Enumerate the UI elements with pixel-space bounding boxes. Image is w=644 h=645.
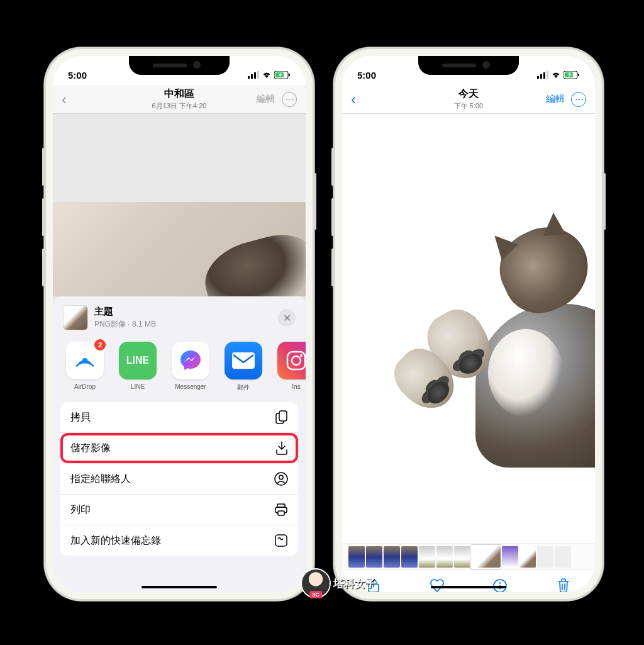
svg-rect-6: [289, 74, 290, 76]
nav-subtitle-text: 下午 5:00: [392, 101, 545, 111]
action-save-image[interactable]: 儲存影像: [60, 433, 298, 464]
action-assign-contact[interactable]: 指定給聯絡人: [60, 464, 298, 495]
thumbnail-strip[interactable]: [342, 543, 595, 569]
svg-rect-23: [547, 71, 548, 79]
thumbnail[interactable]: [366, 546, 382, 568]
photo-view[interactable]: [342, 114, 595, 543]
thumbnail[interactable]: [384, 546, 400, 568]
thumbnail[interactable]: [436, 546, 453, 568]
svg-rect-0: [248, 76, 250, 79]
cellular-icon: [537, 71, 548, 79]
nav-title: 今天 下午 5:00: [392, 87, 545, 111]
svg-rect-26: [578, 74, 579, 76]
mail-label: 郵件: [221, 383, 265, 392]
svg-rect-9: [287, 352, 305, 369]
cellular-icon: [248, 71, 259, 79]
nav-left-side: ‹: [351, 91, 392, 108]
action-copy[interactable]: 拷貝: [60, 402, 298, 433]
battery-icon: [564, 71, 580, 79]
mail-icon: [225, 342, 262, 379]
status-icons: [537, 71, 580, 79]
more-button[interactable]: [571, 92, 586, 107]
share-thumbnail: [63, 305, 88, 330]
nav-subtitle-text: 6月13日 下午4:20: [103, 101, 255, 111]
info-button[interactable]: [492, 578, 508, 593]
instagram-icon: [277, 342, 306, 379]
thumbnail[interactable]: [401, 546, 418, 568]
more-button[interactable]: [282, 92, 297, 107]
share-sheet-header: 主題 PNG影像 · 8.1 MB ✕: [53, 296, 306, 339]
phone-right: 5:00 ‹ 今天 下午 5:00 編輯: [333, 47, 604, 601]
thumbnail[interactable]: [348, 546, 365, 568]
dimmed-background: 主題 PNG影像 · 8.1 MB ✕ 2 AirDrop LINE: [53, 114, 306, 592]
screen-right: 5:00 ‹ 今天 下午 5:00 編輯: [342, 56, 595, 592]
action-quick-note[interactable]: 加入新的快速備忘錄: [60, 525, 298, 556]
thumbnail[interactable]: [419, 546, 435, 568]
note-icon: [274, 534, 288, 547]
thumbnail[interactable]: [502, 546, 518, 568]
edit-button[interactable]: 編輯: [257, 93, 275, 105]
svg-rect-22: [543, 72, 545, 79]
edit-button[interactable]: 編輯: [546, 93, 565, 105]
svg-rect-2: [254, 72, 256, 79]
airdrop-label: AirDrop: [63, 383, 107, 390]
action-print[interactable]: 列印: [60, 495, 298, 525]
cat-image: [394, 228, 595, 468]
nav-right-side: 編輯: [255, 92, 297, 107]
nav-left-side: ‹: [62, 91, 103, 108]
wifi-icon: [551, 71, 561, 79]
home-indicator: [431, 586, 506, 588]
svg-rect-19: [275, 535, 287, 546]
svg-rect-20: [537, 76, 539, 79]
action-contact-label: 指定給聯絡人: [70, 473, 131, 486]
share-title-block: 主題 PNG影像 · 8.1 MB: [94, 306, 272, 330]
svg-rect-3: [257, 71, 259, 79]
delete-button[interactable]: [556, 578, 571, 593]
svg-rect-8: [232, 352, 255, 369]
svg-rect-18: [278, 511, 284, 515]
nav-title-text: 中和區: [103, 87, 255, 101]
svg-rect-1: [251, 74, 253, 79]
action-print-label: 列印: [70, 503, 91, 517]
save-icon: [275, 441, 288, 455]
svg-point-15: [279, 475, 283, 479]
status-icons: [248, 71, 291, 79]
action-save-label: 儲存影像: [70, 442, 111, 455]
thumbnail[interactable]: [537, 546, 553, 568]
share-title: 主題: [94, 306, 272, 318]
share-actions: 拷貝 儲存影像 指定給聯絡人 列印: [60, 402, 298, 556]
thumbnail[interactable]: [555, 546, 571, 568]
share-app-airdrop[interactable]: 2 AirDrop: [63, 342, 107, 392]
nav-bar-right: ‹ 今天 下午 5:00 編輯: [342, 85, 595, 114]
share-app-line[interactable]: LINE LINE: [116, 342, 160, 392]
thumbnail[interactable]: [519, 546, 536, 568]
share-app-messenger[interactable]: Messenger: [169, 342, 213, 392]
nav-right-side: 編輯: [545, 92, 586, 107]
share-sheet: 主題 PNG影像 · 8.1 MB ✕ 2 AirDrop LINE: [53, 296, 306, 592]
close-button[interactable]: ✕: [278, 309, 296, 327]
svg-rect-13: [279, 411, 287, 421]
line-icon: LINE: [119, 342, 157, 379]
svg-rect-21: [540, 74, 542, 79]
share-app-mail[interactable]: 郵件: [221, 342, 265, 392]
thumbnail-selected[interactable]: [472, 546, 501, 568]
messenger-icon: [172, 342, 209, 379]
back-button[interactable]: ‹: [351, 91, 356, 108]
status-time: 5:00: [357, 70, 376, 81]
print-icon: [274, 503, 288, 517]
background-photo: [53, 202, 306, 296]
messenger-label: Messenger: [169, 383, 213, 390]
wifi-icon: [262, 71, 272, 79]
thumbnail[interactable]: [454, 546, 470, 568]
svg-point-11: [300, 354, 303, 357]
favorite-button[interactable]: [430, 578, 445, 593]
back-button[interactable]: ‹: [62, 91, 67, 108]
share-app-instagram[interactable]: Ins: [274, 342, 306, 392]
notch: [418, 56, 519, 75]
nav-title: 中和區 6月13日 下午4:20: [103, 87, 255, 111]
contact-icon: [274, 472, 288, 486]
nav-bar-left: ‹ 中和區 6月13日 下午4:20 編輯: [53, 85, 306, 114]
share-app-row[interactable]: 2 AirDrop LINE LINE Messen: [53, 339, 306, 402]
home-indicator: [142, 586, 217, 588]
watermark: 塔科女子: [302, 569, 376, 597]
